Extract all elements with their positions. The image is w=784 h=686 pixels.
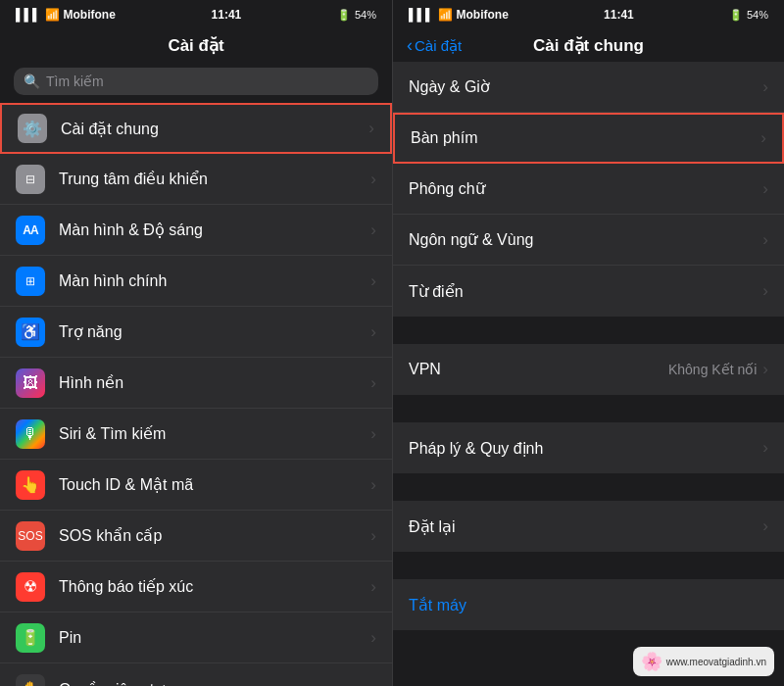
label-trung-tam: Trung tâm điều khiển xyxy=(59,170,365,188)
right-section-4: Tắt máy xyxy=(393,579,784,630)
left-search-placeholder: Tìm kiếm xyxy=(46,74,104,89)
right-section-3: Đặt lại› xyxy=(393,501,784,552)
icon-quyen-rieng: ✋ xyxy=(16,674,45,686)
left-item-man-hinh-do[interactable]: AAMàn hình & Độ sáng› xyxy=(0,205,392,256)
battery-icon-right: 🔋 xyxy=(729,9,743,22)
section-gap-2 xyxy=(393,395,784,422)
chevron-touchid: › xyxy=(370,475,376,495)
right-item-dat-lai[interactable]: Đặt lại› xyxy=(393,501,784,552)
watermark: 🌸 www.meovatgiadinh.vn xyxy=(633,647,774,676)
left-item-thong-bao[interactable]: ☢Thông báo tiếp xúc› xyxy=(0,562,392,612)
left-item-touchid[interactable]: 👆Touch ID & Mật mã› xyxy=(0,460,392,511)
left-search-bar: 🔍 Tìm kiếm xyxy=(0,62,392,103)
label-thong-bao: Thông báo tiếp xúc xyxy=(59,577,365,596)
chevron-cai-dat-chung: › xyxy=(368,119,374,138)
right-nav-bar: ‹ Cài đặt Cài đặt chung xyxy=(393,27,784,62)
label-quyen-rieng: Quyền riêng tư xyxy=(59,680,365,687)
back-chevron-icon: ‹ xyxy=(407,35,413,56)
chevron-pin: › xyxy=(370,628,376,648)
right-item-tat-may[interactable]: Tắt máy xyxy=(393,579,784,630)
left-item-siri[interactable]: 🎙Siri & Tìm kiếm› xyxy=(0,409,392,460)
signal-icon-right: ▌▌▌ xyxy=(409,8,434,22)
section-gap-3 xyxy=(393,473,784,501)
left-item-cai-dat-chung[interactable]: ⚙️Cài đặt chung› xyxy=(0,103,392,154)
chevron-thong-bao: › xyxy=(370,577,376,597)
right-nav-title: Cài đặt chung xyxy=(533,35,644,56)
left-battery: 🔋 54% xyxy=(337,9,376,22)
right-label-ngon-ngu: Ngôn ngữ & Vùng xyxy=(409,230,757,249)
left-item-quyen-rieng[interactable]: ✋Quyền riêng tư› xyxy=(0,663,392,686)
chevron-man-hinh-do: › xyxy=(370,220,376,240)
watermark-text: www.meovatgiadinh.vn xyxy=(666,657,766,667)
left-nav-title: Cài đặt xyxy=(168,35,223,56)
right-item-phong-chu[interactable]: Phông chữ› xyxy=(393,164,784,215)
section-gap-1 xyxy=(393,317,784,344)
wifi-icon: 📶 xyxy=(45,8,60,22)
right-nav-back[interactable]: ‹ Cài đặt xyxy=(407,36,462,56)
left-section-main: ⚙️Cài đặt chung›⊟Trung tâm điều khiển›AA… xyxy=(0,103,392,686)
right-chevron-tu-dien: › xyxy=(762,281,768,301)
chevron-trung-tam: › xyxy=(370,170,376,189)
chevron-sos: › xyxy=(370,526,376,546)
left-nav-bar: Cài đặt xyxy=(0,27,392,62)
right-item-phap-ly[interactable]: Pháp lý & Quy định› xyxy=(393,422,784,473)
left-carrier: ▌▌▌ 📶 Mobifone xyxy=(16,8,116,22)
chevron-tro-nang: › xyxy=(370,322,376,342)
right-label-dat-lai: Đặt lại xyxy=(409,517,757,536)
icon-thong-bao: ☢ xyxy=(16,572,45,602)
label-man-hinh-do: Màn hình & Độ sáng xyxy=(59,220,365,239)
left-search-wrap[interactable]: 🔍 Tìm kiếm xyxy=(14,68,378,95)
left-panel: ▌▌▌ 📶 Mobifone 11:41 🔋 54% Cài đặt 🔍 Tìm… xyxy=(0,0,392,686)
chevron-quyen-rieng: › xyxy=(370,679,376,686)
label-tro-nang: Trợ năng xyxy=(59,322,365,341)
right-section-2: Pháp lý & Quy định› xyxy=(393,422,784,473)
right-battery: 🔋 54% xyxy=(729,9,768,22)
icon-pin: 🔋 xyxy=(16,623,45,653)
left-item-hinh-nen[interactable]: 🖼Hình nền› xyxy=(0,358,392,409)
right-label-ban-phim: Bàn phím xyxy=(411,129,755,147)
right-nav-back-label: Cài đặt xyxy=(415,37,462,55)
right-chevron-dat-lai: › xyxy=(762,516,768,536)
icon-tro-nang: ♿ xyxy=(16,318,45,347)
right-chevron-vpn: › xyxy=(762,360,768,379)
right-item-ban-phim[interactable]: Bàn phím› xyxy=(393,113,784,164)
chevron-siri: › xyxy=(370,424,376,444)
right-chevron-phap-ly: › xyxy=(762,438,768,458)
label-siri: Siri & Tìm kiếm xyxy=(59,424,365,443)
right-panel: ▌▌▌ 📶 Mobifone 11:41 🔋 54% ‹ Cài đặt Cài… xyxy=(392,0,784,686)
right-chevron-ngon-ngu: › xyxy=(762,230,768,250)
search-icon: 🔍 xyxy=(24,74,40,89)
label-pin: Pin xyxy=(59,629,365,647)
wifi-icon-right: 📶 xyxy=(438,8,453,22)
left-status-bar: ▌▌▌ 📶 Mobifone 11:41 🔋 54% xyxy=(0,0,392,27)
left-item-man-hinh-chinh[interactable]: ⊞Màn hình chính› xyxy=(0,256,392,307)
right-carrier: ▌▌▌ 📶 Mobifone xyxy=(409,8,509,22)
left-item-sos[interactable]: SOSSOS khẩn cấp› xyxy=(0,511,392,562)
left-item-tro-nang[interactable]: ♿Trợ năng› xyxy=(0,307,392,358)
label-hinh-nen: Hình nền xyxy=(59,373,365,392)
right-item-ngay-gio[interactable]: Ngày & Giờ› xyxy=(393,62,784,113)
label-cai-dat-chung: Cài đặt chung xyxy=(61,120,363,138)
left-item-pin[interactable]: 🔋Pin› xyxy=(0,612,392,663)
right-item-tu-dien[interactable]: Từ điển› xyxy=(393,266,784,317)
right-item-vpn[interactable]: VPNKhông Kết nối› xyxy=(393,344,784,395)
right-time: 11:41 xyxy=(604,8,634,22)
right-section-0: Ngày & Giờ›Bàn phím›Phông chữ›Ngôn ngữ &… xyxy=(393,62,784,317)
right-item-ngon-ngu[interactable]: Ngôn ngữ & Vùng› xyxy=(393,215,784,266)
icon-man-hinh-chinh: ⊞ xyxy=(16,267,45,296)
left-item-trung-tam[interactable]: ⊟Trung tâm điều khiển› xyxy=(0,154,392,205)
section-gap-4 xyxy=(393,552,784,579)
right-chevron-phong-chu: › xyxy=(762,179,768,199)
icon-trung-tam: ⊟ xyxy=(16,165,45,194)
icon-siri: 🎙 xyxy=(16,419,45,449)
right-chevron-ban-phim: › xyxy=(760,128,766,148)
icon-man-hinh-do: AA xyxy=(16,216,45,245)
icon-sos: SOS xyxy=(16,521,45,551)
signal-icon: ▌▌▌ xyxy=(16,8,41,22)
label-sos: SOS khẩn cấp xyxy=(59,526,365,545)
left-time: 11:41 xyxy=(212,8,242,22)
chevron-man-hinh-chinh: › xyxy=(370,271,376,291)
right-status-bar: ▌▌▌ 📶 Mobifone 11:41 🔋 54% xyxy=(393,0,784,27)
right-label-tu-dien: Từ điển xyxy=(409,282,757,301)
flower-icon: 🌸 xyxy=(641,651,662,672)
